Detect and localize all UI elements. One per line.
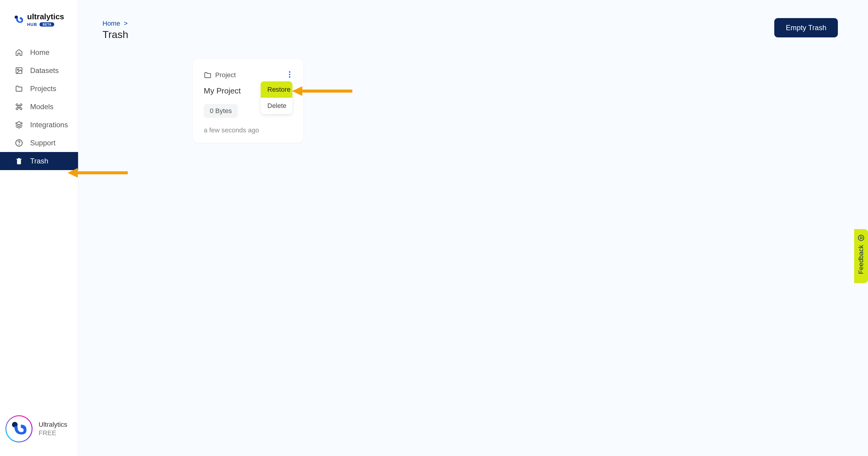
svg-point-2 [18,69,19,70]
svg-point-13 [860,237,861,237]
page-title: Trash [102,29,844,40]
sidebar: ultralytics HUB BETA Home Datasets [0,0,79,456]
command-icon [15,103,23,111]
dropdown-delete[interactable]: Delete [261,98,292,114]
logo-mark-icon [13,14,24,25]
footer-plan: FREE [38,429,67,437]
footer-name: Ultralytics [38,421,67,429]
kebab-icon [288,71,291,78]
sidebar-item-support[interactable]: Support [0,134,78,152]
empty-trash-button[interactable]: Empty Trash [774,18,838,37]
help-icon [15,139,23,147]
sidebar-item-projects[interactable]: Projects [0,80,78,98]
sidebar-item-trash[interactable]: Trash [0,152,78,170]
sidebar-item-label: Datasets [30,66,59,75]
breadcrumb-home[interactable]: Home [102,20,120,27]
sidebar-footer[interactable]: Ultralytics FREE [5,415,67,443]
svg-point-11 [858,235,864,241]
kebab-menu-button[interactable] [287,70,292,80]
card-type-label: Project [215,71,236,79]
feedback-tab[interactable]: Feedback [854,229,868,283]
sidebar-item-label: Projects [30,84,56,93]
sidebar-item-label: Models [30,103,53,111]
size-badge: 0 Bytes [204,104,238,118]
feedback-label: Feedback [857,245,865,274]
context-dropdown: Restore Delete [261,81,292,114]
sidebar-item-label: Trash [30,157,48,165]
folder-icon [15,85,23,93]
home-icon [15,49,23,56]
dropdown-restore[interactable]: Restore [261,81,292,98]
main-content: Home > Trash Empty Trash Project My Proj… [79,0,868,456]
image-icon [15,67,23,75]
card-timestamp: a few seconds ago [204,126,292,134]
svg-point-12 [860,238,861,239]
sidebar-item-models[interactable]: Models [0,98,78,116]
nav-list: Home Datasets Projects Models [0,44,78,170]
logo-sub-text: HUB [27,22,37,27]
sidebar-item-home[interactable]: Home [0,44,78,61]
beta-badge: BETA [39,22,54,27]
svg-point-6 [289,71,290,73]
logo-area[interactable]: ultralytics HUB BETA [0,0,78,36]
layers-icon [15,121,23,129]
breadcrumb: Home > [102,20,844,27]
svg-point-8 [289,76,290,78]
breadcrumb-sep: > [124,20,128,27]
smile-icon [858,235,864,241]
sidebar-item-integrations[interactable]: Integrations [0,116,78,134]
sidebar-item-label: Home [30,48,50,57]
svg-point-7 [289,74,290,76]
avatar [5,415,33,443]
trash-icon [15,157,23,165]
svg-point-4 [19,144,19,145]
logo-text: ultralytics [27,12,64,21]
folder-icon [204,71,212,79]
sidebar-item-label: Support [30,139,56,147]
sidebar-item-label: Integrations [30,121,68,129]
sidebar-item-datasets[interactable]: Datasets [0,61,78,80]
